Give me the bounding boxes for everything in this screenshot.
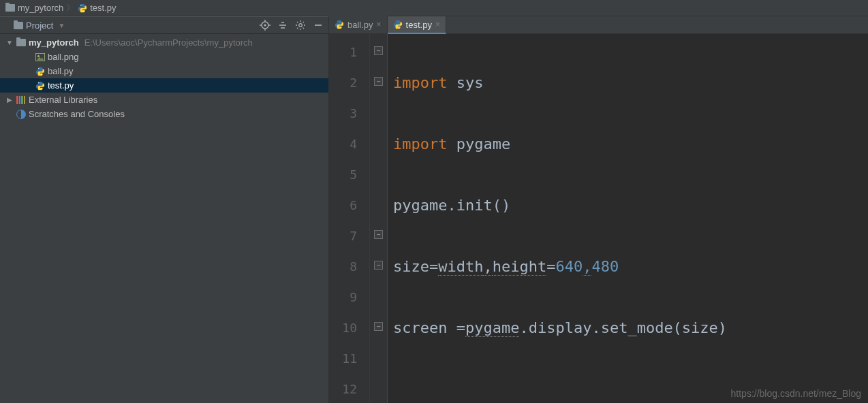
folder-icon bbox=[14, 22, 23, 29]
collapse-icon[interactable] bbox=[277, 19, 289, 31]
line-number: 4 bbox=[329, 129, 369, 159]
fold-marker-icon[interactable]: − bbox=[374, 261, 383, 270]
dropdown-icon: ▼ bbox=[58, 22, 65, 29]
folder-icon bbox=[16, 39, 26, 46]
expand-arrow-icon[interactable]: ▶ bbox=[5, 96, 14, 103]
tab-ballpy[interactable]: ball.py × bbox=[329, 16, 388, 33]
tree-file-testpy[interactable]: test.py bbox=[0, 78, 328, 93]
svg-point-7 bbox=[38, 82, 39, 82]
scratches-icon bbox=[16, 110, 26, 119]
code-line: screen =pygame.display.set_mode(size) bbox=[393, 312, 868, 343]
code-line: import sys bbox=[393, 67, 868, 98]
svg-point-5 bbox=[38, 67, 39, 68]
line-number: 6 bbox=[329, 190, 369, 221]
python-file-icon bbox=[35, 67, 45, 76]
breadcrumb-item-file[interactable]: test.py bbox=[78, 3, 116, 13]
tree-file-png[interactable]: ball.png bbox=[0, 50, 328, 64]
minimize-icon[interactable] bbox=[312, 19, 324, 31]
tree-file-label: ball.png bbox=[48, 52, 79, 62]
expand-arrow-icon[interactable]: ▼ bbox=[5, 39, 14, 46]
image-file-icon bbox=[35, 53, 45, 61]
tab-testpy[interactable]: test.py × bbox=[388, 16, 446, 34]
line-number: 2 bbox=[329, 67, 369, 98]
project-actions bbox=[259, 19, 324, 31]
tree-root-path: E:\Users\aoc\PycharmProjects\my_pytorch bbox=[84, 37, 253, 48]
close-icon[interactable]: × bbox=[377, 20, 382, 29]
svg-point-1 bbox=[84, 10, 84, 11]
breadcrumb-bar: my_pytorch 〉 test.py bbox=[0, 0, 868, 16]
gear-icon[interactable] bbox=[294, 19, 307, 31]
breadcrumb-item-root[interactable]: my_pytorch bbox=[5, 3, 63, 13]
project-header: Project ▼ bbox=[0, 16, 328, 34]
tab-label: ball.py bbox=[347, 20, 373, 30]
editor-area: ball.py × test.py × 1 2 3 4 5 6 7 8 9 10 bbox=[329, 16, 868, 403]
library-icon bbox=[16, 96, 26, 104]
tree-file-ballpy[interactable]: ball.py bbox=[0, 64, 328, 78]
tab-label: test.py bbox=[406, 20, 432, 30]
line-number: 9 bbox=[329, 282, 369, 312]
svg-point-4 bbox=[299, 24, 303, 27]
python-file-icon bbox=[393, 20, 403, 29]
tree-scratches-label: Scratches and Consoles bbox=[29, 109, 125, 119]
fold-marker-icon[interactable]: − bbox=[374, 46, 383, 55]
svg-point-0 bbox=[80, 4, 81, 5]
breadcrumb-sep: 〉 bbox=[66, 2, 75, 14]
project-title-label: Project bbox=[26, 20, 53, 31]
close-icon[interactable]: × bbox=[435, 20, 440, 29]
tree-file-label: ball.py bbox=[48, 66, 74, 76]
project-tool-window: Project ▼ ▼ my_pytorch E:\Users\aoc\Pych… bbox=[0, 16, 329, 403]
code-line: pygame.init() bbox=[393, 190, 868, 221]
line-number: 11 bbox=[329, 343, 369, 374]
tree-root-label: my_pytorch bbox=[29, 37, 79, 48]
line-number: 1 bbox=[329, 37, 369, 67]
python-file-icon bbox=[78, 3, 87, 13]
python-file-icon bbox=[335, 20, 344, 29]
code-editor[interactable]: 1 2 3 4 5 6 7 8 9 10 11 12 − − − − − imp… bbox=[329, 34, 868, 403]
fold-gutter: − − − − − bbox=[370, 34, 388, 403]
editor-tab-bar: ball.py × test.py × bbox=[329, 16, 868, 34]
tree-root[interactable]: ▼ my_pytorch E:\Users\aoc\PycharmProject… bbox=[0, 35, 328, 50]
svg-point-6 bbox=[41, 74, 42, 74]
fold-marker-icon[interactable]: − bbox=[374, 230, 383, 239]
code-line: size=width,height=640,480 bbox=[393, 251, 868, 282]
folder-icon bbox=[5, 4, 15, 12]
line-number: 8 bbox=[329, 251, 369, 282]
line-number: 7 bbox=[329, 221, 369, 251]
code-content[interactable]: import sys import pygame pygame.init() s… bbox=[388, 34, 868, 403]
tree-scratches[interactable]: Scratches and Consoles bbox=[0, 107, 328, 121]
code-line: import pygame bbox=[393, 129, 868, 159]
tree-external-label: External Libraries bbox=[29, 95, 97, 105]
locate-icon[interactable] bbox=[259, 19, 271, 31]
project-tree[interactable]: ▼ my_pytorch E:\Users\aoc\PycharmProject… bbox=[0, 34, 328, 403]
svg-point-3 bbox=[264, 24, 266, 26]
main-area: Project ▼ ▼ my_pytorch E:\Users\aoc\Pych… bbox=[0, 16, 868, 403]
fold-marker-icon[interactable]: − bbox=[374, 322, 383, 331]
python-file-icon bbox=[35, 81, 45, 91]
breadcrumb-file-label: test.py bbox=[90, 3, 116, 13]
project-title[interactable]: Project ▼ bbox=[14, 20, 65, 31]
line-number: 12 bbox=[329, 374, 369, 403]
line-number: 10 bbox=[329, 312, 369, 343]
tree-file-label: test.py bbox=[48, 80, 74, 91]
svg-point-8 bbox=[41, 88, 42, 88]
watermark-text: https://blog.csdn.net/mez_Blog bbox=[731, 388, 861, 399]
line-number: 5 bbox=[329, 159, 369, 190]
line-gutter: 1 2 3 4 5 6 7 8 9 10 11 12 bbox=[329, 34, 370, 403]
tree-external-libs[interactable]: ▶ External Libraries bbox=[0, 93, 328, 107]
line-number: 3 bbox=[329, 98, 369, 129]
breadcrumb-root-label: my_pytorch bbox=[18, 3, 63, 13]
fold-marker-icon[interactable]: − bbox=[374, 77, 383, 86]
